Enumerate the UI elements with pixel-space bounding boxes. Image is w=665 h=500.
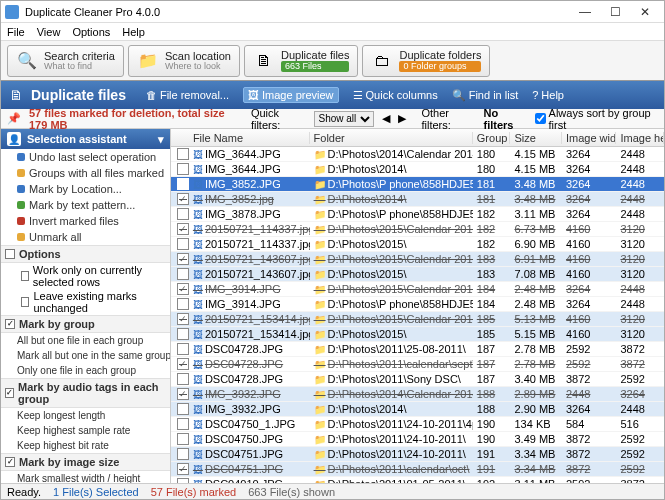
table-row[interactable]: ✓🖼20150721_143607.jpg📁D:\Photos\2015\Cal… — [171, 252, 664, 267]
tab-find-in-list[interactable]: 🔍Find in list — [452, 89, 519, 102]
row-checkbox[interactable]: ✓ — [177, 388, 189, 400]
sidebar-item[interactable]: Invert marked files — [1, 213, 170, 229]
status-shown: 663 File(s) shown — [248, 486, 335, 498]
table-row[interactable]: 🖼DSC04728.JPG📁D:\Photos\2011\Sony DSC\18… — [171, 372, 664, 387]
row-checkbox[interactable] — [177, 328, 189, 340]
row-checkbox[interactable] — [177, 403, 189, 415]
table-row[interactable]: 🖼IMG_3644.JPG📁D:\Photos\2014\1804.15 MB3… — [171, 162, 664, 177]
menu-help[interactable]: Help — [122, 26, 145, 38]
sidebar-option[interactable]: Leave existing marks unchanged — [1, 289, 170, 315]
folder-icon: 📁 — [314, 179, 326, 190]
menu-view[interactable]: View — [37, 26, 61, 38]
sidebar-subitem[interactable]: Only one file in each group — [1, 363, 170, 378]
row-checkbox[interactable] — [177, 238, 189, 250]
row-checkbox[interactable]: ✓ — [177, 313, 189, 325]
selection-assistant-header[interactable]: 👤 Selection assistant ▾ — [1, 129, 170, 149]
table-row[interactable]: ✓🖼20150721_114337.jpg📁D:\Photos\2015\Cal… — [171, 222, 664, 237]
table-row[interactable]: 🖼DSC04750_1.JPG📁D:\Photos\2011\24-10-201… — [171, 417, 664, 432]
table-row[interactable]: 🖼DSC04751.JPG📁D:\Photos\2011\24-10-2011\… — [171, 447, 664, 462]
table-row[interactable]: ✓🖼DSC04751.JPG📁D:\Photos\2011\calendar\o… — [171, 462, 664, 477]
row-checkbox[interactable] — [177, 433, 189, 445]
file-icon: 🖼 — [193, 194, 203, 205]
table-row[interactable]: 🖼IMG_3914.JPG📁D:\Photos\P phone\858HDJE5… — [171, 297, 664, 312]
table-row[interactable]: ✓🖼IMG_3852.jpg📁D:\Photos\2014\1813.48 MB… — [171, 192, 664, 207]
sidebar-subitem[interactable]: Keep longest length — [1, 408, 170, 423]
row-checkbox[interactable] — [177, 448, 189, 460]
table-row[interactable]: 🖼20150721_143607.jpg📁D:\Photos\2015\1837… — [171, 267, 664, 282]
sidebar-group[interactable]: ✓Mark by audio tags in each group — [1, 378, 170, 408]
duplicate-files-button[interactable]: 🗎 Duplicate files663 Files — [244, 45, 358, 77]
table-row[interactable]: 🖼20150721_114337.jpg📁D:\Photos\2015\1826… — [171, 237, 664, 252]
sidebar-subitem[interactable]: All but one file in each group — [1, 333, 170, 348]
folder-icon: 📁 — [314, 374, 326, 385]
folder-icon: 📁 — [314, 464, 326, 475]
file-icon: 🖼 — [193, 179, 203, 190]
quick-filters-select[interactable]: Show all — [314, 111, 374, 127]
filter-bar: 📌 57 files marked for deletion, total si… — [1, 109, 664, 129]
row-checkbox[interactable] — [177, 208, 189, 220]
table-row[interactable]: 🖼IMG_3644.JPG📁D:\Photos\2014\Calendar 20… — [171, 147, 664, 162]
sidebar-item[interactable]: Undo last select operation — [1, 149, 170, 165]
menu-file[interactable]: File — [7, 26, 25, 38]
row-checkbox[interactable]: ✓ — [177, 193, 189, 205]
always-sort-checkbox[interactable]: Always sort by group first — [535, 107, 658, 131]
table-row[interactable]: 🖼DSC04750.JPG📁D:\Photos\2011\24-10-2011\… — [171, 432, 664, 447]
scan-location-button[interactable]: 📁 Scan locationWhere to look — [128, 45, 240, 77]
table-row[interactable]: 🖼IMG_3878.JPG📁D:\Photos\P phone\858HDJE5… — [171, 207, 664, 222]
tab-file-removal-[interactable]: 🗑File removal... — [146, 89, 229, 101]
sidebar-option[interactable]: Work only on currently selected rows — [1, 263, 170, 289]
row-checkbox[interactable]: ✓ — [177, 463, 189, 475]
file-icon: 🖼 — [193, 404, 203, 415]
folder-icon: 📁 — [314, 329, 326, 340]
row-checkbox[interactable] — [177, 163, 189, 175]
table-row[interactable]: ✓🖼20150721_153414.jpg📁D:\Photos\2015\Cal… — [171, 312, 664, 327]
grid-header[interactable]: File Name Folder Group Size Image width … — [171, 129, 664, 147]
table-row[interactable]: 🖼DSC04728.JPG📁D:\Photos\2011\25-08-2011\… — [171, 342, 664, 357]
folder-icon: 📁 — [314, 419, 326, 430]
close-button[interactable]: ✕ — [630, 5, 660, 19]
table-row[interactable]: ✓🖼IMG_3914.JPG📁D:\Photos\2015\Calendar 2… — [171, 282, 664, 297]
row-checkbox[interactable] — [177, 343, 189, 355]
search-criteria-button[interactable]: 🔍 Search criteriaWhat to find — [7, 45, 124, 77]
duplicate-folders-button[interactable]: 🗀 Duplicate folders0 Folder groups — [362, 45, 490, 77]
tab-image-preview[interactable]: 🖼Image preview — [243, 87, 339, 103]
row-checkbox[interactable]: ✓ — [177, 253, 189, 265]
sidebar-subitem[interactable]: Mark all but one in the same group and f… — [1, 348, 170, 363]
sidebar-subitem[interactable]: Mark smallest width / height — [1, 471, 170, 483]
minimize-button[interactable]: — — [570, 5, 600, 19]
sidebar-item[interactable]: Unmark all — [1, 229, 170, 245]
menu-options[interactable]: Options — [72, 26, 110, 38]
pin-icon[interactable]: 📌 — [7, 112, 21, 125]
table-row[interactable]: ✓🖼IMG_3932.JPG📁D:\Photos\2014\Calendar 2… — [171, 387, 664, 402]
row-checkbox[interactable] — [177, 178, 189, 190]
sidebar-subitem[interactable]: Keep highest sample rate — [1, 423, 170, 438]
chevron-down-icon: ▾ — [158, 133, 164, 146]
sidebar-group[interactable]: ✓Mark by image size — [1, 453, 170, 471]
folder-icon: 📁 — [314, 314, 326, 325]
folder-icon: 📁 — [314, 434, 326, 445]
folder-icon: 📁 — [314, 404, 326, 415]
table-row[interactable]: 🖼IMG_3932.JPG📁D:\Photos\2014\1882.90 MB3… — [171, 402, 664, 417]
sidebar-group[interactable]: ✓Mark by group — [1, 315, 170, 333]
row-checkbox[interactable]: ✓ — [177, 358, 189, 370]
sidebar-subitem[interactable]: Keep highest bit rate — [1, 438, 170, 453]
row-checkbox[interactable]: ✓ — [177, 283, 189, 295]
row-checkbox[interactable] — [177, 148, 189, 160]
grid-body[interactable]: 🖼IMG_3644.JPG📁D:\Photos\2014\Calendar 20… — [171, 147, 664, 483]
row-checkbox[interactable] — [177, 373, 189, 385]
row-checkbox[interactable] — [177, 268, 189, 280]
file-icon: 🖼 — [193, 164, 203, 175]
maximize-button[interactable]: ☐ — [600, 5, 630, 19]
row-checkbox[interactable] — [177, 298, 189, 310]
row-checkbox[interactable] — [177, 418, 189, 430]
table-row[interactable]: 🖼20150721_153414.jpg📁D:\Photos\2015\1855… — [171, 327, 664, 342]
sidebar-item[interactable]: Mark by Location... — [1, 181, 170, 197]
table-row[interactable]: ✓🖼DSC04728.JPG📁D:\Photos\2011\calendar\s… — [171, 357, 664, 372]
sidebar-item[interactable]: Mark by text pattern... — [1, 197, 170, 213]
row-checkbox[interactable]: ✓ — [177, 223, 189, 235]
sidebar-item[interactable]: Groups with all files marked — [1, 165, 170, 181]
table-row[interactable]: 🖼IMG_3852.JPG📁D:\Photos\P phone\858HDJE5… — [171, 177, 664, 192]
tab-help[interactable]: ?Help — [532, 89, 564, 101]
tab-quick-columns[interactable]: ☰Quick columns — [353, 89, 438, 102]
file-icon: 🖼 — [193, 434, 203, 445]
